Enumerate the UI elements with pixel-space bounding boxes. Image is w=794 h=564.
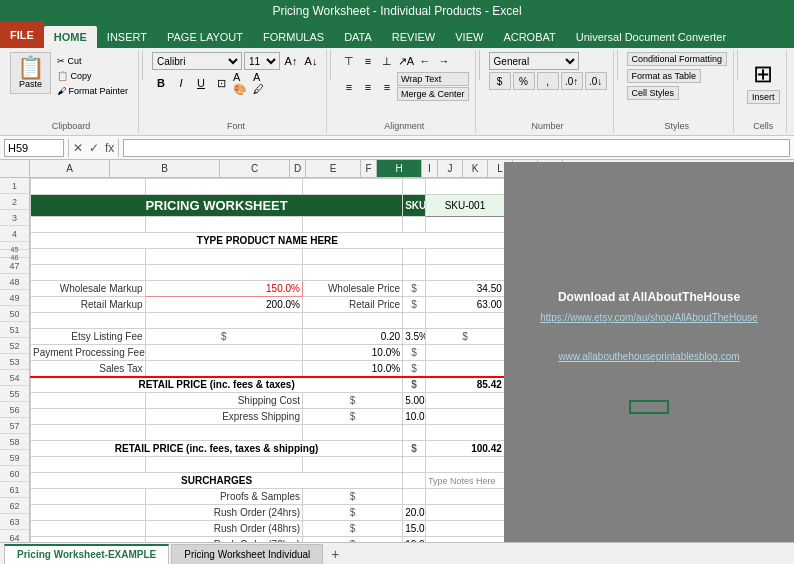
cell-proofs-label[interactable]: Proofs & Samples (145, 489, 302, 505)
col-header-d[interactable]: D (290, 160, 306, 177)
cell-e61[interactable] (426, 521, 505, 537)
cell-proofs-dollar[interactable]: $ (302, 489, 402, 505)
sheet-tab-example[interactable]: Pricing Worksheet-EXAMPLE (4, 544, 169, 564)
cell-d45[interactable] (403, 249, 426, 265)
currency-button[interactable]: $ (489, 72, 511, 90)
row-45[interactable]: 45 (0, 242, 29, 250)
function-button[interactable]: fx (105, 141, 114, 155)
row-53[interactable]: 53 (0, 354, 29, 370)
cell-e60[interactable] (426, 505, 505, 521)
row-56[interactable]: 56 (0, 402, 29, 418)
cell-shipping-value[interactable]: 5.00 (403, 393, 426, 409)
cell-retail-total-dollar[interactable]: $ (403, 377, 426, 393)
row-62[interactable]: 62 (0, 498, 29, 514)
cell-pricing-header[interactable]: PRICING WORKSHEET (31, 195, 403, 217)
cell-c45[interactable] (302, 249, 402, 265)
row-64[interactable]: 64 (0, 530, 29, 542)
cell-rts-value[interactable]: 100.42 (426, 441, 505, 457)
cell-express-value[interactable]: 10.00 (403, 409, 426, 425)
home-tab[interactable]: HOME (44, 26, 97, 48)
cell-a58[interactable] (31, 457, 146, 473)
cell-c49[interactable] (302, 313, 402, 329)
cell-b58[interactable] (145, 457, 302, 473)
cell-rush72-value[interactable]: 10.00 (403, 537, 426, 543)
row-54[interactable]: 54 (0, 370, 29, 386)
row-3[interactable]: 3 (0, 210, 29, 226)
col-header-j[interactable]: J (438, 160, 463, 177)
fill-color-button[interactable]: A🎨 (232, 74, 250, 92)
merge-center-button[interactable]: Merge & Center (397, 87, 469, 101)
cell-d1[interactable] (403, 179, 426, 195)
cell-salestax-dollar[interactable]: $ (403, 361, 426, 377)
cell-wholesale-price-label[interactable]: Wholesale Price (302, 281, 402, 297)
cell-d49[interactable] (403, 313, 426, 329)
col-header-a[interactable]: A (30, 160, 110, 177)
cell-express-dollar[interactable]: $ (302, 409, 402, 425)
cell-sku-label[interactable]: SKU# (403, 195, 426, 217)
cell-d56[interactable] (403, 425, 426, 441)
cell-e45[interactable] (426, 249, 505, 265)
formulas-tab[interactable]: FORMULAS (253, 26, 334, 48)
cell-etsy-label[interactable]: Etsy Listing Fee (31, 329, 146, 345)
blog-link[interactable]: www.allabouthehouseprintablesblog.com (558, 351, 739, 362)
italic-button[interactable]: I (172, 74, 190, 92)
cell-c3[interactable] (302, 217, 402, 233)
cell-b51[interactable] (145, 345, 302, 361)
cancel-formula-button[interactable]: ✕ (73, 141, 83, 155)
cell-retail-total-value[interactable]: 85.42 (426, 377, 505, 393)
increase-font-button[interactable]: A↑ (282, 52, 300, 70)
cell-a1[interactable] (31, 179, 146, 195)
underline-button[interactable]: U (192, 74, 210, 92)
cell-retail-label[interactable]: Retail Markup (31, 297, 146, 313)
cell-rush72-label[interactable]: Rush Order (72hrs) (145, 537, 302, 543)
cell-a55[interactable] (31, 409, 146, 425)
cell-b46[interactable] (145, 265, 302, 281)
cell-reference-input[interactable]: H59 (4, 139, 64, 157)
cell-rp-value[interactable]: 63.00 (426, 297, 505, 313)
cell-d59[interactable] (403, 489, 426, 505)
number-format-select[interactable]: General (489, 52, 579, 70)
cell-a61[interactable] (31, 521, 146, 537)
cell-etsy-cost[interactable]: 0.20 (302, 329, 402, 345)
cell-retail-price-label[interactable]: Retail Price (302, 297, 402, 313)
wrap-text-button[interactable]: Wrap Text (397, 72, 469, 86)
cell-wholesale-pct[interactable]: 150.0% (145, 281, 302, 297)
font-color-button[interactable]: A🖊 (252, 74, 270, 92)
cell-styles-button[interactable]: Cell Styles (627, 86, 680, 100)
cell-e62[interactable] (426, 537, 505, 543)
cell-sales-tax-label[interactable]: Sales Tax (31, 361, 146, 377)
cell-e58[interactable] (426, 457, 505, 473)
cell-shipping-label[interactable]: Shipping Cost (145, 393, 302, 409)
cell-rush48-value[interactable]: 15.00 (403, 521, 426, 537)
row-55[interactable]: 55 (0, 386, 29, 402)
cell-a3[interactable] (31, 217, 146, 233)
paste-button[interactable]: 📋 Paste (10, 52, 51, 94)
cell-b45[interactable] (145, 249, 302, 265)
comma-button[interactable]: , (537, 72, 559, 90)
center-align-button[interactable]: ≡ (359, 78, 377, 96)
file-tab[interactable]: FILE (0, 22, 44, 48)
cell-c58[interactable] (302, 457, 402, 473)
copy-button[interactable]: 📋 Copy (53, 69, 132, 83)
cell-rush72-dollar[interactable]: $ (302, 537, 402, 543)
conditional-formatting-button[interactable]: Conditional Formatting (627, 52, 728, 66)
indent-right-button[interactable]: → (435, 52, 453, 70)
font-size-select[interactable]: 11 (244, 52, 280, 70)
format-as-table-button[interactable]: Format as Table (627, 69, 701, 83)
cell-retail-pct[interactable]: 200.0% (145, 297, 302, 313)
acrobat-tab[interactable]: ACROBAT (493, 26, 565, 48)
cell-b52[interactable] (145, 361, 302, 377)
cell-salestax-pct[interactable]: 10.0% (302, 361, 402, 377)
confirm-formula-button[interactable]: ✓ (89, 141, 99, 155)
cell-e1[interactable] (426, 179, 505, 195)
cell-e46[interactable] (426, 265, 505, 281)
col-header-e[interactable]: E (306, 160, 361, 177)
cell-wholesale-label[interactable]: Wholesale Markup (31, 281, 146, 297)
format-painter-button[interactable]: 🖌 Format Painter (53, 84, 132, 98)
cell-d-sur[interactable] (403, 473, 426, 489)
cell-e3[interactable] (426, 217, 505, 233)
cell-etsy-dollar2[interactable]: $ (426, 329, 505, 345)
right-align-button[interactable]: ≡ (378, 78, 396, 96)
row-58[interactable]: 58 (0, 434, 29, 450)
cell-a46[interactable] (31, 265, 146, 281)
